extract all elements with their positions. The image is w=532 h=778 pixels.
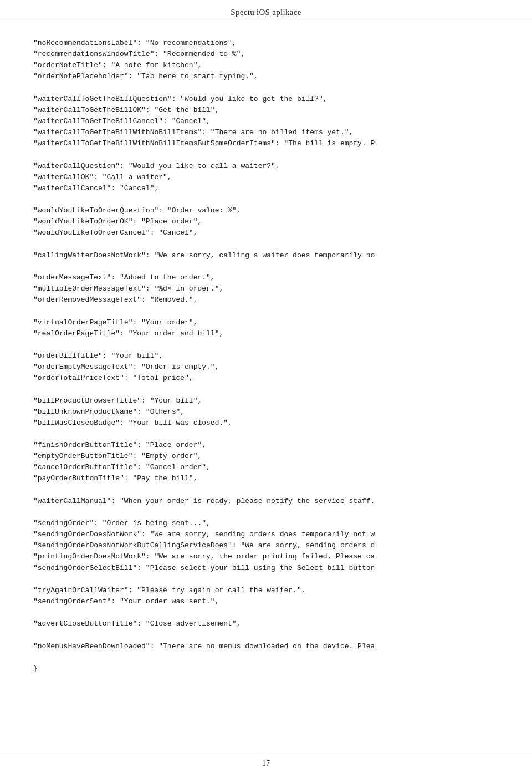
page-footer: 17 bbox=[0, 750, 532, 778]
page-number: 17 bbox=[262, 759, 270, 767]
code-block: "noRecommendationsLabel": "No recommenda… bbox=[33, 38, 499, 674]
page-title: Spectu iOS aplikace bbox=[231, 8, 301, 17]
page-header: Spectu iOS aplikace bbox=[0, 0, 532, 22]
content-area: "noRecommendationsLabel": "No recommenda… bbox=[0, 22, 532, 750]
page-container: Spectu iOS aplikace "noRecommendationsLa… bbox=[0, 0, 532, 778]
